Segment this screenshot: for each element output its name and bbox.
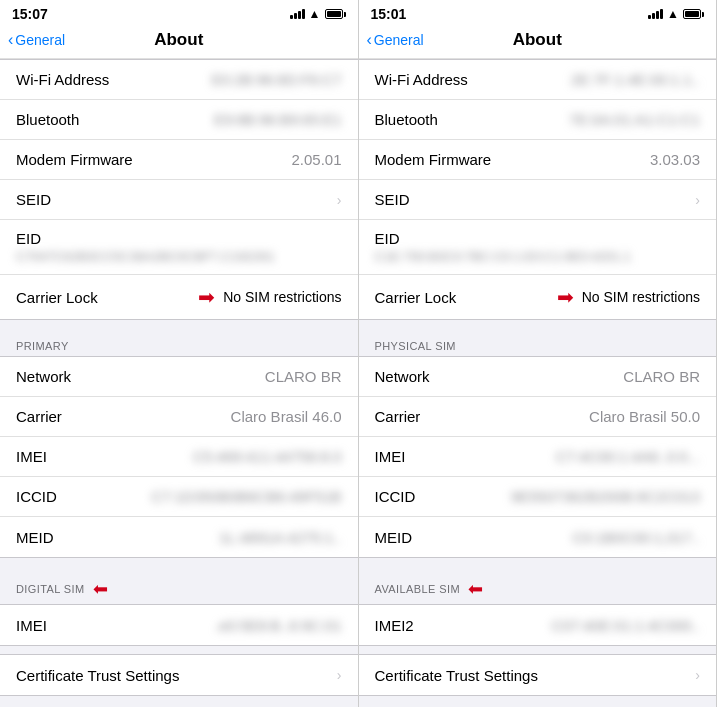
bluetooth-label-right: Bluetooth <box>375 111 438 128</box>
eid-value-right: C1E:793:B3C0:7BC:C0:1:E0:C1:9E0:4201.1 <box>375 249 632 264</box>
available-sim-text-right: AVAILABLE SIM <box>375 583 461 595</box>
physical-sim-header-right: PHYSICAL SIM <box>359 328 717 356</box>
cert-chevron-right: › <box>695 667 700 683</box>
meid-row-left: MEID 1L:4891A:4275:1.. <box>0 517 358 557</box>
status-bar-right: 15:01 ▲ <box>359 0 717 26</box>
physical-sim-group-right: Network CLARO BR Carrier Claro Brasil 50… <box>359 356 717 558</box>
primary-section-left: PRIMARY Network CLARO BR Carrier Claro B… <box>0 328 358 558</box>
iccid-row-left: ICCID C7:1D350B0B6CB6:49F51B <box>0 477 358 517</box>
network-row-right: Network CLARO BR <box>359 357 717 397</box>
carrier-value-left: Claro Brasil 46.0 <box>70 408 342 425</box>
seid-label-left: SEID <box>16 191 51 208</box>
iccid-value-right: 9E5507362B200B:9C2C013 <box>423 488 700 505</box>
top-group-left: Wi-Fi Address E0:2B:96:8D:F6:C7 Bluetoot… <box>0 59 358 320</box>
carrier-row-right: Carrier Claro Brasil 50.0 <box>359 397 717 437</box>
battery-icon-left <box>325 9 346 19</box>
meid-label-left: MEID <box>16 529 54 546</box>
digital-sim-section-left: DIGITAL SIM ⬅ IMEI .e0:5E8:B..6:9C:01 <box>0 566 358 646</box>
nav-back-right[interactable]: ‹ General <box>367 31 424 49</box>
cert-label-left: Certificate Trust Settings <box>16 667 179 684</box>
no-sim-text-right: No SIM restrictions <box>582 289 700 305</box>
meid-value-right: C0:1B0C00:1,017.. <box>420 529 700 546</box>
carrier-lock-arrow-left: ➡ No SIM restrictions <box>98 285 342 309</box>
wifi-icon-right: ▲ <box>667 7 679 21</box>
cert-chevron-left: › <box>337 667 342 683</box>
digital-sim-header-left: DIGITAL SIM ⬅ <box>0 566 358 604</box>
nav-back-left[interactable]: ‹ General <box>8 31 65 49</box>
wifi-value-left: E0:2B:96:8D:F6:C7 <box>117 71 341 88</box>
imei2-label-right: IMEI2 <box>375 617 414 634</box>
network-value-right: CLARO BR <box>438 368 700 385</box>
iccid-value-left: C7:1D350B0B6CB6:49F51B <box>65 488 342 505</box>
carrier-lock-label-right: Carrier Lock <box>375 289 457 306</box>
iccid-label-left: ICCID <box>16 488 57 505</box>
settings-content-left: Wi-Fi Address E0:2B:96:8D:F6:C7 Bluetoot… <box>0 59 358 707</box>
modem-label-right: Modem Firmware <box>375 151 492 168</box>
bluetooth-value-left: E9:8B:96:B9:65:E1 <box>87 111 341 128</box>
battery-icon-right <box>683 9 704 19</box>
available-sim-group-right: IMEI2 C07:40E:01:1:4C000.. <box>359 604 717 646</box>
modem-value-right: 3.03.03 <box>499 151 700 168</box>
red-left-arrow-icon-left: ⬅ <box>93 578 108 600</box>
signal-icon-left <box>290 9 305 19</box>
nav-title-right: About <box>513 30 562 50</box>
cert-label-right: Certificate Trust Settings <box>375 667 538 684</box>
cert-group-left[interactable]: Certificate Trust Settings › <box>0 654 358 696</box>
imei-row-right: IMEI C7:4C00:1:4A8..0:0... <box>359 437 717 477</box>
bluetooth-row-left: Bluetooth E9:8B:96:B9:65:E1 <box>0 100 358 140</box>
available-sim-section-right: AVAILABLE SIM ⬅ IMEI2 C07:40E:01:1:4C000… <box>359 566 717 646</box>
imei-value-left: C5:469:411:44756:8.0 <box>55 448 342 465</box>
modem-value-left: 2.05.01 <box>141 151 342 168</box>
network-value-left: CLARO BR <box>79 368 341 385</box>
modem-row-left: Modem Firmware 2.05.01 <box>0 140 358 180</box>
status-time-left: 15:07 <box>12 6 48 22</box>
nav-bar-right: ‹ General About <box>359 26 717 59</box>
status-time-right: 15:01 <box>371 6 407 22</box>
seid-chevron-left: › <box>337 192 342 208</box>
seid-row-left[interactable]: SEID › <box>0 180 358 220</box>
seid-chevron-right: › <box>695 192 700 208</box>
imei2-row-left: IMEI .e0:5E8:B..6:9C:01 <box>0 605 358 645</box>
imei2-label-left: IMEI <box>16 617 47 634</box>
cert-group-right[interactable]: Certificate Trust Settings › <box>359 654 717 696</box>
nav-back-label-right: General <box>374 32 424 48</box>
settings-content-right: Wi-Fi Address 2E:7F:1:4E:00:1.1.. Blueto… <box>359 59 717 707</box>
meid-label-right: MEID <box>375 529 413 546</box>
modem-label-left: Modem Firmware <box>16 151 133 168</box>
cert-row-right[interactable]: Certificate Trust Settings › <box>359 655 717 695</box>
red-left-arrow-icon-right: ⬅ <box>468 578 483 600</box>
bluetooth-value-right: 7E:0A:01:A1:C1:C1 <box>446 111 700 128</box>
eid-value-left: C7047C62B3CC5C38A2BC0CBF7,C192261 <box>16 249 275 264</box>
carrier-value-right: Claro Brasil 50.0 <box>428 408 700 425</box>
no-sim-text-left: No SIM restrictions <box>223 289 341 305</box>
nav-bar-left: ‹ General About <box>0 26 358 59</box>
bluetooth-label-left: Bluetooth <box>16 111 79 128</box>
imei-row-left: IMEI C5:469:411:44756:8.0 <box>0 437 358 477</box>
digital-sim-text-left: DIGITAL SIM <box>16 583 85 595</box>
wifi-label-right: Wi-Fi Address <box>375 71 468 88</box>
carrier-lock-row-right: Carrier Lock ➡ No SIM restrictions <box>359 275 717 319</box>
cert-row-left[interactable]: Certificate Trust Settings › <box>0 655 358 695</box>
wifi-address-row-left: Wi-Fi Address E0:2B:96:8D:F6:C7 <box>0 60 358 100</box>
wifi-address-row-right: Wi-Fi Address 2E:7F:1:4E:00:1.1.. <box>359 60 717 100</box>
digital-sim-group-left: IMEI .e0:5E8:B..6:9C:01 <box>0 604 358 646</box>
phone-panel-left: 15:07 ▲ ‹ General About <box>0 0 359 707</box>
carrier-row-left: Carrier Claro Brasil 46.0 <box>0 397 358 437</box>
carrier-label-left: Carrier <box>16 408 62 425</box>
primary-header-left: PRIMARY <box>0 328 358 356</box>
primary-group-left: Network CLARO BR Carrier Claro Brasil 46… <box>0 356 358 558</box>
imei2-value-left: .e0:5E8:B..6:9C:01 <box>55 617 342 634</box>
eid-row-right: EID C1E:793:B3C0:7BC:C0:1:E0:C1:9E0:4201… <box>359 220 717 275</box>
nav-title-left: About <box>154 30 203 50</box>
carrier-label-right: Carrier <box>375 408 421 425</box>
physical-sim-section-right: PHYSICAL SIM Network CLARO BR Carrier Cl… <box>359 328 717 558</box>
carrier-lock-row-left: Carrier Lock ➡ No SIM restrictions <box>0 275 358 319</box>
carrier-lock-arrow-right: ➡ No SIM restrictions <box>456 285 700 309</box>
back-chevron-left: ‹ <box>8 31 13 49</box>
seid-label-right: SEID <box>375 191 410 208</box>
eid-label-left: EID <box>16 230 41 247</box>
red-arrow-icon-right: ➡ <box>557 285 574 309</box>
status-icons-left: ▲ <box>290 7 346 21</box>
network-label-left: Network <box>16 368 71 385</box>
seid-row-right[interactable]: SEID › <box>359 180 717 220</box>
